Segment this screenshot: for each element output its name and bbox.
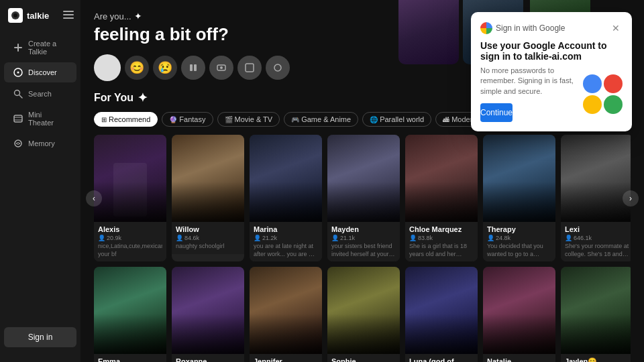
card-desc-alexis: nice,Latina,cute,mexican, your bf xyxy=(98,243,162,258)
filter-tab-fantasy[interactable]: 🔮 Fantasy xyxy=(162,112,213,127)
logo-row: talkie xyxy=(0,8,80,34)
svg-rect-6 xyxy=(14,47,22,48)
popup-close-button[interactable]: ✕ xyxy=(609,21,623,35)
card-luna[interactable]: Luna (god of night) 👤4k Kind and lovely … xyxy=(405,267,478,362)
svg-rect-11 xyxy=(14,115,22,122)
card-lexi[interactable]: Lexi 👤646.1k She's your roommate at coll… xyxy=(561,135,631,261)
svg-line-10 xyxy=(19,95,22,98)
sidebar-item-search[interactable]: Search xyxy=(4,84,76,104)
avatar-main xyxy=(94,54,121,81)
card-chloe[interactable]: Chloe Marquez 👤83.8k She is a girl that … xyxy=(405,135,478,261)
card-name-alexis: Alexis xyxy=(98,225,162,233)
hero-img-1 xyxy=(398,0,459,64)
card-willow[interactable]: Willow 👤84.6k naughty schoolgirl xyxy=(172,135,244,261)
card-img-chloe xyxy=(405,135,478,222)
card-img-jennifer xyxy=(250,267,322,354)
film-icon xyxy=(13,114,23,123)
sidebar-label-memory: Memory xyxy=(28,139,55,147)
card-img-lexi xyxy=(561,135,631,222)
card-img-roxanne xyxy=(172,267,244,354)
avatar-emoji-3 xyxy=(181,56,205,80)
sidebar-item-create[interactable]: Create a Talkie xyxy=(4,34,76,61)
card-jaylen[interactable]: Jaylen😊 👤17.7k she's a thug bff she secr… xyxy=(561,267,631,362)
sidebar-item-discover[interactable]: Discover xyxy=(4,62,76,82)
menu-icon[interactable] xyxy=(63,9,74,21)
google-signin-popup: Sign in with Google ✕ Use your Google Ac… xyxy=(471,12,632,131)
avatar-emoji-1: 😊 xyxy=(125,56,149,80)
logo-icon xyxy=(8,8,23,23)
google-icon xyxy=(480,22,492,34)
card-jennifer[interactable]: Jennifer 👤25.6k Meet jennifer from the m… xyxy=(250,267,322,362)
card-img-luna xyxy=(405,267,478,354)
brain-icon xyxy=(13,139,23,148)
avatar-emoji-5 xyxy=(237,56,262,80)
google-circle-yellow xyxy=(583,95,602,114)
card-mayden[interactable]: Mayden 👤21.1k your sisters best friend i… xyxy=(327,135,400,261)
nav-arrow-left-1[interactable]: ‹ xyxy=(86,190,102,206)
svg-point-1 xyxy=(13,13,17,17)
svg-rect-4 xyxy=(63,17,74,19)
logo: talkie xyxy=(8,8,49,23)
sidebar-item-memory[interactable]: Memory xyxy=(4,133,76,154)
cards-row-1: Alexis 👤 20.9k nice,Latina,cute,mexican,… xyxy=(94,135,631,261)
card-natalie[interactable]: Natalie 👤31.8k Latina she has an attitud… xyxy=(483,267,555,362)
card-sophie[interactable]: Sophie 👤65.5k Your ex knocks on your doo… xyxy=(327,267,400,362)
filter-tab-parallel[interactable]: 🌐 Parallel world xyxy=(362,112,431,127)
logo-text: talkie xyxy=(27,11,49,21)
card-img-natalie xyxy=(483,267,555,354)
popup-icon-group xyxy=(583,74,623,114)
svg-rect-3 xyxy=(63,14,74,15)
popup-continue-button[interactable]: Continue xyxy=(480,103,513,122)
sparkle-icon: ✦ xyxy=(134,11,142,21)
card-img-jaylen xyxy=(561,267,631,354)
popup-description: No more passwords to remember. Signing i… xyxy=(480,66,578,97)
cards-row-1-wrapper: ‹ Alexis 👤 20.9k nice,Latina,cute,mexica… xyxy=(94,135,631,261)
card-img-alexis xyxy=(94,135,166,222)
sign-in-button[interactable]: Sign in xyxy=(4,327,76,347)
filter-tab-anime[interactable]: 🎮 Game & Anime xyxy=(284,112,358,127)
cards-row-2: Emma 👤99.7k You two are new roommates in… xyxy=(94,267,631,362)
svg-rect-15 xyxy=(190,64,193,71)
card-img-therapy xyxy=(483,135,555,222)
card-img-mayden xyxy=(327,135,400,222)
sidebar-item-theater[interactable]: Mini Theater xyxy=(4,105,76,132)
sidebar-label-theater: Mini Theater xyxy=(28,111,67,127)
cards-row-2-wrapper: Emma 👤99.7k You two are new roommates in… xyxy=(94,267,631,362)
plus-icon xyxy=(13,43,23,52)
card-img-sophie-card xyxy=(327,267,400,354)
card-therapy[interactable]: Therapy 👤24.8k You decided that you want… xyxy=(483,135,555,261)
sidebar-label-search: Search xyxy=(28,90,52,98)
svg-point-9 xyxy=(15,90,20,96)
card-stat-alexis: 20.9k xyxy=(107,235,121,241)
avatar-emoji-4 xyxy=(209,56,233,80)
filter-tab-movietv[interactable]: 🎬 Movie & TV xyxy=(217,112,280,127)
sidebar-label-discover: Discover xyxy=(28,68,57,76)
search-icon xyxy=(13,89,23,99)
svg-rect-19 xyxy=(246,64,254,72)
google-circle-red xyxy=(604,74,623,93)
popup-header: Sign in with Google ✕ xyxy=(480,21,623,35)
google-circles xyxy=(583,74,623,114)
sidebar-bottom: Sign in xyxy=(0,320,80,354)
card-marina[interactable]: Marina 👤21.2k you are at late night at a… xyxy=(250,135,322,261)
avatar-emoji-2: 😢 xyxy=(153,56,177,80)
card-img-emma xyxy=(94,267,166,354)
svg-rect-16 xyxy=(194,64,197,71)
nav-arrow-right-1[interactable]: › xyxy=(623,190,639,206)
sidebar: talkie Create a Talkie Discover Search M… xyxy=(0,0,80,362)
compass-icon xyxy=(13,68,23,77)
svg-point-20 xyxy=(274,64,281,71)
stat-icon-alexis: 👤 xyxy=(98,235,105,241)
card-img-willow xyxy=(172,135,244,222)
svg-rect-2 xyxy=(63,11,74,12)
card-roxanne[interactable]: Roxanne 👤33.3k II am a girl my name is R… xyxy=(172,267,244,362)
filter-tab-recommend[interactable]: ⊞ Recommend xyxy=(94,112,158,127)
popup-content: No more passwords to remember. Signing i… xyxy=(480,66,623,122)
sidebar-label-create: Create a Talkie xyxy=(28,40,67,56)
popup-brand: Sign in with Google xyxy=(480,22,565,34)
google-circle-green xyxy=(604,95,623,114)
card-emma[interactable]: Emma 👤99.7k You two are new roommates in… xyxy=(94,267,166,362)
card-alexis[interactable]: Alexis 👤 20.9k nice,Latina,cute,mexican,… xyxy=(94,135,166,261)
svg-point-18 xyxy=(220,66,223,69)
google-circle-blue xyxy=(583,74,602,93)
